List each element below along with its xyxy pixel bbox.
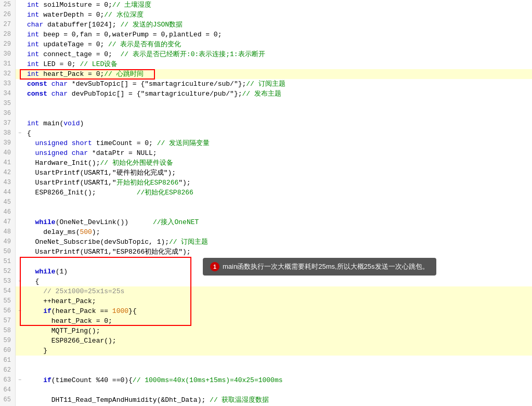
line-number: 49 xyxy=(0,237,16,247)
code-text: } xyxy=(24,346,532,356)
line-number: 55 xyxy=(0,296,16,306)
code-text: { xyxy=(24,128,532,138)
line-number: 32 xyxy=(0,69,16,79)
code-text: while(OneNet_DevLink()) //接入OneNET xyxy=(24,217,532,227)
code-text: const char *devSubTopic[] = {"smartagric… xyxy=(24,79,532,89)
code-text: UsartPrintf(USART1,"ESP8266初始化完成"); xyxy=(24,247,532,257)
line-number: 44 xyxy=(0,188,16,198)
code-text: DHT11_Read_TempAndHumidity(&Dht_Data); /… xyxy=(24,395,532,405)
line-number: 37 xyxy=(0,119,16,128)
table-row: 64 xyxy=(0,385,532,395)
table-row: 60 } xyxy=(0,346,532,356)
table-row: 53− { xyxy=(0,277,532,286)
tooltip-number: 1 xyxy=(210,262,219,271)
code-text: MQTT_Ping(); xyxy=(24,326,532,336)
table-row: 55 ++heart_Pack; xyxy=(0,296,532,306)
table-row: 39 unsigned short timeCount = 0; // 发送间隔… xyxy=(0,138,532,148)
line-number: 58 xyxy=(0,326,16,336)
table-row: 58 MQTT_Ping(); xyxy=(0,326,532,336)
line-number: 45 xyxy=(0,198,16,207)
code-text: int heart_Pack = 0;// 心跳时间 xyxy=(24,69,532,79)
code-text: char databuffer[1024]; // 发送的JSON数据 xyxy=(24,20,532,30)
table-row: 61 xyxy=(0,356,532,365)
table-row: 32int heart_Pack = 0;// 心跳时间 xyxy=(0,69,532,79)
line-number: 65 xyxy=(0,395,16,405)
code-text: if(timeCount %40 ==0){// 1000ms=40x(10ms… xyxy=(24,375,532,385)
code-text: int main(void) xyxy=(24,119,532,128)
code-text: unsigned short timeCount = 0; // 发送间隔变量 xyxy=(24,138,532,148)
line-number: 64 xyxy=(0,385,16,395)
fold-icon[interactable]: − xyxy=(16,306,24,316)
table-row: 43 UsartPrintf(USART1,"开始初始化ESP8266"); xyxy=(0,178,532,188)
line-number: 46 xyxy=(0,207,16,217)
code-text: OneNet_Subscribe(devSubTopic, 1);// 订阅主题 xyxy=(24,237,532,247)
line-number: 59 xyxy=(0,336,16,346)
table-row: 62 xyxy=(0,365,532,375)
code-text: if(heart_Pack == 1000}{ xyxy=(24,306,532,316)
table-row: 40 unsigned char *dataPtr = NULL; xyxy=(0,148,532,158)
line-number: 62 xyxy=(0,365,16,375)
line-number: 27 xyxy=(0,20,16,30)
tooltip: 1main函数执行一次大概需要耗时25ms,所以大概25s发送一次心跳包。 xyxy=(203,258,436,276)
table-row: 57 heart_Pack = 0; xyxy=(0,316,532,326)
line-number: 28 xyxy=(0,30,16,40)
code-text: { xyxy=(24,277,532,286)
line-number: 43 xyxy=(0,178,16,188)
line-number: 34 xyxy=(0,89,16,99)
code-text: Hardware_Init();// 初始化外围硬件设备 xyxy=(24,158,532,168)
table-row: 47 while(OneNet_DevLink()) //接入OneNET xyxy=(0,217,532,227)
line-number: 47 xyxy=(0,217,16,227)
table-row: 28int beep = 0,fan = 0,waterPump = 0,pla… xyxy=(0,30,532,40)
table-row: 25int soilMoisture = 0;// 土壤湿度 xyxy=(0,0,532,10)
code-text: ESP8266_Clear(); xyxy=(24,336,532,346)
table-row: 49 OneNet_Subscribe(devSubTopic, 1);// 订… xyxy=(0,237,532,247)
table-row: 48 delay_ms(500); xyxy=(0,227,532,237)
table-row: 26int waterDepth = 0;// 水位深度 xyxy=(0,10,532,20)
code-text: const char devPubTopic[] = {"smartagricu… xyxy=(24,89,532,99)
table-row: 54 // 25x1000=25x1s=25s xyxy=(0,286,532,296)
fold-icon[interactable]: − xyxy=(16,128,24,138)
table-row: 46 xyxy=(0,207,532,217)
line-number: 40 xyxy=(0,148,16,158)
table-row: 36 xyxy=(0,109,532,119)
fold-icon[interactable]: − xyxy=(16,375,24,385)
line-number: 53 xyxy=(0,277,16,286)
line-number: 26 xyxy=(0,10,16,20)
line-number: 42 xyxy=(0,168,16,178)
line-number: 33 xyxy=(0,79,16,89)
line-number: 38 xyxy=(0,128,16,138)
line-number: 39 xyxy=(0,138,16,148)
line-number: 57 xyxy=(0,316,16,326)
code-text: int beep = 0,fan = 0,waterPump = 0,plant… xyxy=(24,30,532,40)
table-row: 37int main(void) xyxy=(0,119,532,128)
table-row: 29int updateTage = 0; // 表示是否有值的变化 xyxy=(0,40,532,49)
code-text: int waterDepth = 0;// 水位深度 xyxy=(24,10,532,20)
line-number: 52 xyxy=(0,267,16,277)
line-number: 35 xyxy=(0,99,16,109)
code-text: int soilMoisture = 0;// 土壤湿度 xyxy=(24,0,532,10)
code-text: UsartPrintf(USART1,"开始初始化ESP8266"); xyxy=(24,178,532,188)
code-text: delay_ms(500); xyxy=(24,227,532,237)
code-text: // 25x1000=25x1s=25s xyxy=(24,286,532,296)
line-number: 29 xyxy=(0,40,16,49)
table-row: 65 DHT11_Read_TempAndHumidity(&Dht_Data)… xyxy=(0,395,532,405)
line-number: 56 xyxy=(0,306,16,316)
table-row: 38−{ xyxy=(0,128,532,138)
table-row: 45 xyxy=(0,198,532,207)
line-number: 61 xyxy=(0,356,16,365)
table-row: 30int connect_tage = 0; // 表示是否已经断开:0:表示… xyxy=(0,49,532,59)
fold-icon[interactable]: − xyxy=(16,277,24,286)
table-row: 34const char devPubTopic[] = {"smartagri… xyxy=(0,89,532,99)
table-row: 35 xyxy=(0,99,532,109)
table-row: 41 Hardware_Init();// 初始化外围硬件设备 xyxy=(0,158,532,168)
line-number: 36 xyxy=(0,109,16,119)
line-number: 54 xyxy=(0,286,16,296)
table-row: 63− if(timeCount %40 ==0){// 1000ms=40x(… xyxy=(0,375,532,385)
code-text: ++heart_Pack; xyxy=(24,296,532,306)
code-editor: 25int soilMoisture = 0;// 土壤湿度26int wate… xyxy=(0,0,532,406)
code-text: UsartPrintf(USART1,"硬件初始化完成"); xyxy=(24,168,532,178)
line-number: 31 xyxy=(0,59,16,69)
line-number: 50 xyxy=(0,247,16,257)
code-text: int LED = 0; // LED设备 xyxy=(24,59,532,69)
table-row: 33const char *devSubTopic[] = {"smartagr… xyxy=(0,79,532,89)
